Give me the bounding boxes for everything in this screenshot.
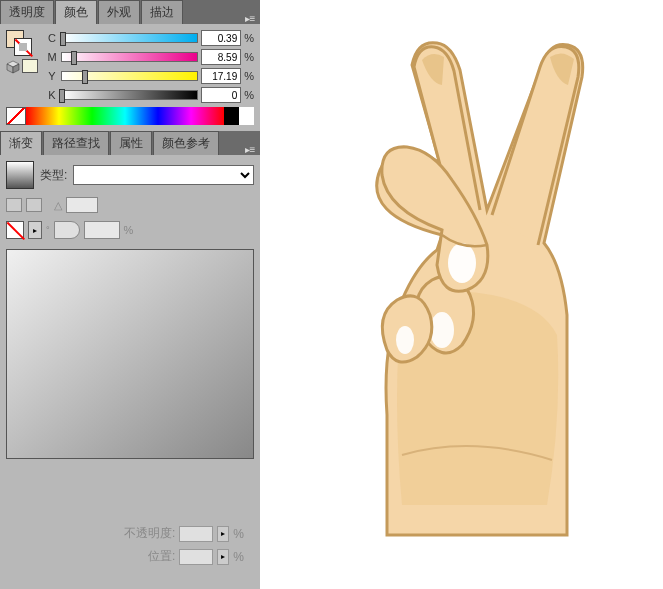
panel-menu-icon[interactable]: ▸≡ xyxy=(240,13,260,24)
stroke-swatch[interactable] xyxy=(14,38,32,56)
tab-pathfinder[interactable]: 路径查找 xyxy=(43,131,109,155)
hand-illustration xyxy=(292,35,632,555)
position-input[interactable] xyxy=(179,549,213,565)
y-input[interactable] xyxy=(201,68,241,84)
tab-stroke[interactable]: 描边 xyxy=(141,0,183,24)
k-label: K xyxy=(46,89,58,101)
fill-stroke-swatches xyxy=(6,30,38,103)
svg-point-3 xyxy=(430,312,454,348)
tab-color[interactable]: 颜色 xyxy=(55,0,97,24)
stop-color-swatch[interactable] xyxy=(6,221,24,239)
tab-appearance[interactable]: 外观 xyxy=(98,0,140,24)
tab-colorguide[interactable]: 颜色参考 xyxy=(153,131,219,155)
canvas[interactable] xyxy=(260,0,663,589)
panel-menu-icon[interactable]: ▸≡ xyxy=(240,144,260,155)
c-slider[interactable] xyxy=(61,33,198,43)
cmyk-sliders: C % M % Y % K xyxy=(46,30,254,103)
c-input[interactable] xyxy=(201,30,241,46)
chevron-right-icon[interactable]: ▸ xyxy=(217,549,229,565)
m-label: M xyxy=(46,51,58,63)
tab-gradient[interactable]: 渐变 xyxy=(0,131,42,155)
tab-transparency[interactable]: 透明度 xyxy=(0,0,54,24)
svg-point-5 xyxy=(448,243,476,283)
c-label: C xyxy=(46,32,58,44)
pct-label: % xyxy=(233,550,244,564)
bw-ramp[interactable] xyxy=(224,107,254,125)
y-label: Y xyxy=(46,70,58,82)
gradient-preview[interactable] xyxy=(6,161,34,189)
gradient-bottom-controls: 不透明度: ▸ % 位置: ▸ % xyxy=(6,507,254,583)
cube-icon xyxy=(6,60,20,74)
panels-column: 透明度 颜色 外观 描边 ▸≡ C % xyxy=(0,0,260,589)
pct-label: % xyxy=(244,70,254,82)
type-label: 类型: xyxy=(40,167,67,184)
k-slider[interactable] xyxy=(61,90,198,100)
angle-input[interactable] xyxy=(66,197,98,213)
svg-point-4 xyxy=(396,326,414,354)
fill-stroke-proxy[interactable] xyxy=(6,30,32,56)
swatch-dropdown-icon[interactable]: ▸ xyxy=(28,221,42,239)
color-spectrum[interactable] xyxy=(6,107,254,125)
gradient-type-select[interactable] xyxy=(73,165,254,185)
horn-icon xyxy=(54,221,80,239)
pct-label: % xyxy=(244,89,254,101)
opacity-label: 不透明度: xyxy=(124,525,175,542)
horn-input[interactable] xyxy=(84,221,120,239)
position-label: 位置: xyxy=(148,548,175,565)
k-input[interactable] xyxy=(201,87,241,103)
pct-label: % xyxy=(124,224,134,236)
pct-label: % xyxy=(244,51,254,63)
m-input[interactable] xyxy=(201,49,241,65)
pct-label: % xyxy=(233,527,244,541)
gradient-ramp[interactable] xyxy=(6,249,254,459)
last-color-swatch[interactable] xyxy=(22,59,38,73)
y-slider[interactable] xyxy=(61,71,198,81)
color-panel-body: C % M % Y % K xyxy=(0,24,260,131)
spectrum-bar[interactable] xyxy=(26,107,224,125)
gradient-across-stroke-icon[interactable] xyxy=(26,198,42,212)
angle-icon: △ xyxy=(54,199,62,212)
opacity-input[interactable] xyxy=(179,526,213,542)
gradient-panel-tabs: 渐变 路径查找 属性 颜色参考 ▸≡ xyxy=(0,131,260,155)
none-color-icon[interactable] xyxy=(6,107,26,125)
chevron-right-icon[interactable]: ▸ xyxy=(217,526,229,542)
pct-label: % xyxy=(244,32,254,44)
m-slider[interactable] xyxy=(61,52,198,62)
color-panel-tabs: 透明度 颜色 外观 描边 ▸≡ xyxy=(0,0,260,24)
gradient-panel-body: 类型: △ ▸ ° % 不透明度: ▸ % 位置: xyxy=(0,155,260,589)
tab-attributes[interactable]: 属性 xyxy=(110,131,152,155)
reverse-gradient-icon[interactable] xyxy=(6,198,22,212)
degree-icon: ° xyxy=(46,225,50,235)
